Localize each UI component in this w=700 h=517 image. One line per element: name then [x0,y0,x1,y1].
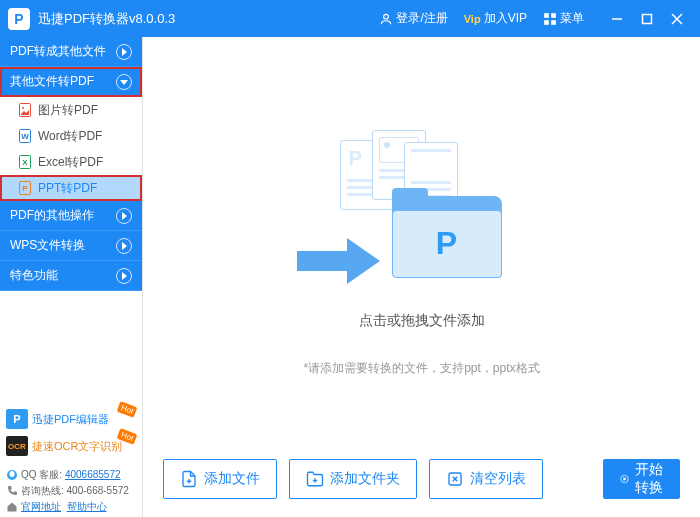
svg-rect-6 [643,14,652,23]
titlebar: P 迅捷PDF转换器v8.0.0.3 登录/注册 Vip 加入VIP 菜单 [0,0,700,37]
sidebar-item-label: Word转PDF [38,128,102,145]
sidebar-section-pdf-to-other[interactable]: PDF转成其他文件 [0,37,142,67]
grid-icon [543,12,557,26]
ppt-file-icon: P [18,181,32,195]
chevron-down-icon [116,74,132,90]
minimize-button[interactable] [602,0,632,37]
sidebar-section-special[interactable]: 特色功能 [0,261,142,291]
hot-badge: Hot [116,401,137,418]
sidebar-section-label: PDF转成其他文件 [10,43,106,60]
svg-text:X: X [22,158,28,167]
sidebar-section-label: WPS文件转换 [10,237,85,254]
user-icon [379,12,393,26]
sidebar-item-image-to-pdf[interactable]: 图片转PDF [0,97,142,123]
promo-ocr[interactable]: OCR 捷速OCR文字识别 Hot [6,434,136,458]
hint-text: *请添加需要转换的文件，支持ppt，pptx格式 [303,360,539,377]
folder-plus-icon [306,470,324,488]
svg-text:P: P [22,184,28,193]
hotline-label: 咨询热线: [21,483,64,499]
image-file-icon [18,103,32,117]
minimize-icon [611,13,623,25]
vip-button[interactable]: Vip 加入VIP [456,0,535,37]
qq-link[interactable]: 4006685572 [65,467,121,483]
sidebar-item-label: 图片转PDF [38,102,98,119]
promo-label: 迅捷PDF编辑器 [32,412,109,427]
drop-zone[interactable]: P 点击或拖拽文件添加 *请添加需要转换的文件，支持ppt，pptx格式 [163,51,680,441]
svg-rect-2 [551,13,556,18]
svg-point-0 [384,14,389,19]
svg-rect-3 [544,20,549,25]
svg-point-18 [10,471,15,477]
maximize-button[interactable] [632,0,662,37]
sidebar-item-label: Excel转PDF [38,154,103,171]
main-panel: P 点击或拖拽文件添加 *请添加需要转换的文件，支持ppt，pptx格式 添加文… [143,37,700,517]
footer-links: QQ 客服: 4006685572 咨询热线: 400-668-5572 官网地… [0,465,142,517]
vip-icon: Vip [464,13,481,25]
svg-point-10 [22,107,24,109]
svg-text:W: W [21,132,29,141]
hotline-value: 400-668-5572 [67,483,129,499]
word-file-icon: W [18,129,32,143]
sidebar-section-other-to-pdf[interactable]: 其他文件转PDF [0,67,142,97]
sidebar: PDF转成其他文件 其他文件转PDF 图片转PDF W Word转PDF X E… [0,37,143,517]
qq-label: QQ 客服: [21,467,62,483]
sidebar-item-ppt-to-pdf[interactable]: P PPT转PDF [0,175,142,201]
sidebar-item-excel-to-pdf[interactable]: X Excel转PDF [0,149,142,175]
chevron-right-icon [116,238,132,254]
vip-label: 加入VIP [484,10,527,27]
clear-list-button[interactable]: 清空列表 [429,459,543,499]
button-label: 开始转换 [635,461,663,497]
app-title: 迅捷PDF转换器v8.0.0.3 [38,10,175,28]
play-icon [620,470,629,488]
action-bar: 添加文件 添加文件夹 清空列表 开始转换 [163,459,680,499]
svg-rect-1 [544,13,549,18]
site-link[interactable]: 官网地址 [21,499,61,515]
chevron-right-icon [116,44,132,60]
clear-icon [446,470,464,488]
sidebar-section-pdf-other-ops[interactable]: PDF的其他操作 [0,201,142,231]
add-file-button[interactable]: 添加文件 [163,459,277,499]
sidebar-section-label: 其他文件转PDF [10,73,94,90]
svg-marker-27 [624,477,626,480]
login-label: 登录/注册 [396,10,447,27]
arrow-right-icon [292,236,382,286]
qq-icon [6,469,18,481]
drop-text: 点击或拖拽文件添加 [359,312,485,330]
pdf-editor-icon: P [6,409,28,429]
sidebar-item-label: PPT转PDF [38,180,97,197]
phone-icon [6,485,18,497]
sidebar-section-label: PDF的其他操作 [10,207,94,224]
excel-file-icon: X [18,155,32,169]
menu-button[interactable]: 菜单 [535,0,592,37]
sidebar-item-word-to-pdf[interactable]: W Word转PDF [0,123,142,149]
menu-label: 菜单 [560,10,584,27]
ocr-icon: OCR [6,436,28,456]
sidebar-section-wps[interactable]: WPS文件转换 [0,231,142,261]
home-icon [6,501,18,513]
start-convert-button[interactable]: 开始转换 [603,459,680,499]
chevron-right-icon [116,268,132,284]
promo-pdf-editor[interactable]: P 迅捷PDF编辑器 Hot [6,407,136,431]
svg-rect-4 [551,20,556,25]
button-label: 添加文件夹 [330,470,400,488]
drop-illustration: P [322,116,522,296]
chevron-right-icon [116,208,132,224]
button-label: 清空列表 [470,470,526,488]
login-button[interactable]: 登录/注册 [371,0,455,37]
maximize-icon [641,13,653,25]
add-folder-button[interactable]: 添加文件夹 [289,459,417,499]
close-icon [671,13,683,25]
sidebar-section-label: 特色功能 [10,267,58,284]
help-link[interactable]: 帮助中心 [67,499,107,515]
close-button[interactable] [662,0,692,37]
file-plus-icon [180,470,198,488]
app-logo-icon: P [8,8,30,30]
promo-label: 捷速OCR文字识别 [32,439,122,454]
button-label: 添加文件 [204,470,260,488]
